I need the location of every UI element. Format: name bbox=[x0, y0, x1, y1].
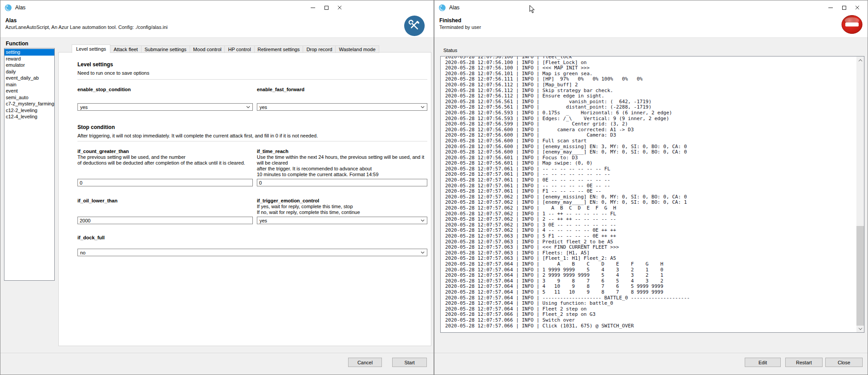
function-list-item[interactable]: semi_auto bbox=[4, 94, 54, 101]
minimize-icon bbox=[311, 8, 315, 8]
log-line: 2020-05-28 12:07:57.062 | INFO | 2 -- ++… bbox=[445, 217, 856, 222]
run-state-subtitle: Terminated by user bbox=[439, 24, 481, 30]
scrollbar-thumb[interactable] bbox=[856, 226, 864, 326]
log-viewport: 2020-05-28 12:07:56.100 | INFO | fleet_l… bbox=[441, 56, 856, 332]
tab[interactable]: Mood control bbox=[190, 45, 225, 53]
divider bbox=[77, 79, 427, 80]
function-list-item[interactable]: main bbox=[4, 81, 54, 88]
tab[interactable]: HP control bbox=[225, 45, 254, 53]
function-list-item[interactable]: c7-2_mystery_farming bbox=[4, 101, 54, 107]
mouse-cursor-icon bbox=[529, 5, 535, 15]
log-line: 2020-05-28 12:07:57.062 | INFO | A B C D… bbox=[445, 206, 856, 211]
enable-fast-forward-select[interactable]: yes bbox=[257, 103, 427, 111]
settings-tabs: Level settingsAttack fleetSubmarine sett… bbox=[72, 44, 379, 53]
maximize-button[interactable] bbox=[837, 0, 851, 15]
if-time-reach-input[interactable] bbox=[257, 179, 427, 186]
function-heading: Function bbox=[6, 40, 28, 47]
close-icon bbox=[855, 5, 860, 10]
minimize-button[interactable] bbox=[306, 0, 320, 15]
field-help-if-time-reach: Use the time within the next 24 hours, t… bbox=[257, 154, 427, 177]
section-heading-stop-condition: Stop condition bbox=[77, 124, 427, 130]
log-line: 2020-05-28 12:07:56.100 | INFO | <<< MAP… bbox=[445, 65, 856, 71]
app-subtitle: AzurLaneAutoScript, An Azur Lane automat… bbox=[5, 24, 167, 30]
titlebar[interactable]: Alas bbox=[434, 0, 868, 15]
field-label-enable-stop-condition: enable_stop_condition bbox=[77, 87, 253, 93]
tools-icon bbox=[404, 16, 425, 36]
window-title: Alas bbox=[15, 4, 25, 11]
chevron-down-icon bbox=[858, 326, 862, 330]
function-list[interactable]: settingrewardemulatordailyevent_daily_ab… bbox=[4, 48, 55, 281]
section-desc-stop-condition: After triggering, it will not stop immed… bbox=[77, 133, 427, 139]
if-oil-lower-than-input[interactable] bbox=[77, 217, 253, 224]
maximize-icon bbox=[324, 6, 329, 10]
tab[interactable]: Wasteland mode bbox=[336, 45, 379, 53]
window-controls bbox=[824, 0, 864, 15]
level-settings-panel: Level settings Need to run once to save … bbox=[58, 52, 431, 346]
section-heading-level-settings: Level settings bbox=[77, 61, 427, 68]
log-output[interactable]: 2020-05-28 12:07:56.100 | INFO | fleet_l… bbox=[440, 56, 864, 333]
status-label: Status bbox=[443, 48, 457, 53]
settings-form: Level settings Need to run once to save … bbox=[59, 52, 431, 256]
log-line: 2020-05-28 12:07:56.600 | INFO | Full sc… bbox=[445, 138, 856, 144]
scroll-down-button[interactable] bbox=[856, 325, 864, 332]
enable-stop-condition-select[interactable]: yes bbox=[77, 103, 253, 111]
if-trigger-emotion-control-select[interactable]: yes bbox=[257, 217, 427, 224]
tab[interactable]: Submarine settings bbox=[142, 45, 190, 53]
chevron-down-icon bbox=[421, 251, 425, 254]
tab[interactable]: Drop record bbox=[303, 45, 336, 53]
function-list-item[interactable]: daily bbox=[4, 69, 54, 75]
if-count-greater-than-input[interactable] bbox=[77, 179, 253, 186]
tab[interactable]: Retirement settings bbox=[255, 45, 304, 53]
close-button[interactable] bbox=[333, 0, 346, 15]
close-window-button[interactable]: Close bbox=[825, 358, 863, 367]
log-line: 2020-05-28 12:07:57.061 | INFO | 0E -- -… bbox=[445, 177, 856, 183]
close-button[interactable] bbox=[851, 0, 864, 15]
restart-button[interactable]: Restart bbox=[785, 358, 823, 367]
tab[interactable]: Attack fleet bbox=[110, 45, 141, 53]
log-line: 2020-05-28 12:07:56.601 | INFO | Map swi… bbox=[445, 161, 856, 166]
function-list-item[interactable]: c12-4_leveling bbox=[4, 113, 54, 120]
run-state-title: Finished bbox=[439, 17, 461, 24]
scroll-up-button[interactable] bbox=[856, 56, 864, 64]
footer-divider bbox=[0, 353, 434, 353]
field-label-if-oil-lower-than: if_oil_lower_than bbox=[77, 198, 253, 204]
chevron-up-icon bbox=[858, 59, 862, 63]
if-dock-full-select[interactable]: no bbox=[77, 249, 427, 256]
app-header: Alas AzurLaneAutoScript, An Azur Lane au… bbox=[0, 15, 434, 38]
function-list-item[interactable]: emulator bbox=[4, 62, 54, 69]
log-scrollbar[interactable] bbox=[856, 56, 864, 332]
field-label-if-trigger-emotion-control: if_trigger_emotion_control bbox=[257, 198, 427, 204]
function-list-item[interactable]: event_daily_ab bbox=[4, 75, 54, 81]
log-line: 2020-05-28 12:07:57.064 | INFO | A B C D… bbox=[445, 262, 856, 267]
alas-config-window: Alas Alas AzurLaneAutoScript, An Azur La… bbox=[0, 0, 434, 375]
window-controls bbox=[306, 0, 346, 15]
select-value: no bbox=[80, 250, 85, 255]
close-icon bbox=[337, 5, 342, 10]
function-list-item[interactable]: setting bbox=[4, 49, 54, 56]
select-value: yes bbox=[260, 218, 267, 223]
chevron-down-icon bbox=[421, 106, 425, 109]
start-button[interactable]: Start bbox=[392, 358, 427, 367]
minimize-button[interactable] bbox=[824, 0, 837, 15]
function-list-item[interactable]: event bbox=[4, 88, 54, 94]
titlebar[interactable]: Alas bbox=[0, 0, 434, 15]
alas-status-window: Alas Finished Terminated by user bbox=[434, 0, 868, 375]
alas-logo-icon bbox=[4, 4, 12, 12]
stop-icon bbox=[841, 15, 863, 35]
footer-divider bbox=[434, 353, 868, 353]
field-label-if-time-reach: if_time_reach bbox=[257, 149, 427, 154]
log-line: 2020-05-28 12:07:57.063 | INFO | 5 F1 --… bbox=[445, 234, 856, 239]
edit-button[interactable]: Edit bbox=[745, 358, 781, 367]
cancel-button[interactable]: Cancel bbox=[348, 358, 382, 367]
field-label-enable-fast-forward: enable_fast_forward bbox=[257, 87, 427, 93]
log-line: 2020-05-28 12:07:57.064 | INFO | Using f… bbox=[445, 301, 856, 306]
maximize-button[interactable] bbox=[320, 0, 333, 15]
select-value: yes bbox=[260, 105, 267, 110]
window-title: Alas bbox=[449, 4, 459, 11]
field-help-if-count-greater-than: The previous setting will be used, and t… bbox=[77, 154, 253, 166]
app-header: Finished Terminated by user bbox=[434, 15, 868, 38]
function-list-item[interactable]: c12-2_leveling bbox=[4, 107, 54, 114]
tab[interactable]: Level settings bbox=[72, 44, 110, 53]
log-line: 2020-05-28 12:07:56.112 | INFO | Ensure … bbox=[445, 93, 856, 99]
function-list-item[interactable]: reward bbox=[4, 56, 54, 62]
